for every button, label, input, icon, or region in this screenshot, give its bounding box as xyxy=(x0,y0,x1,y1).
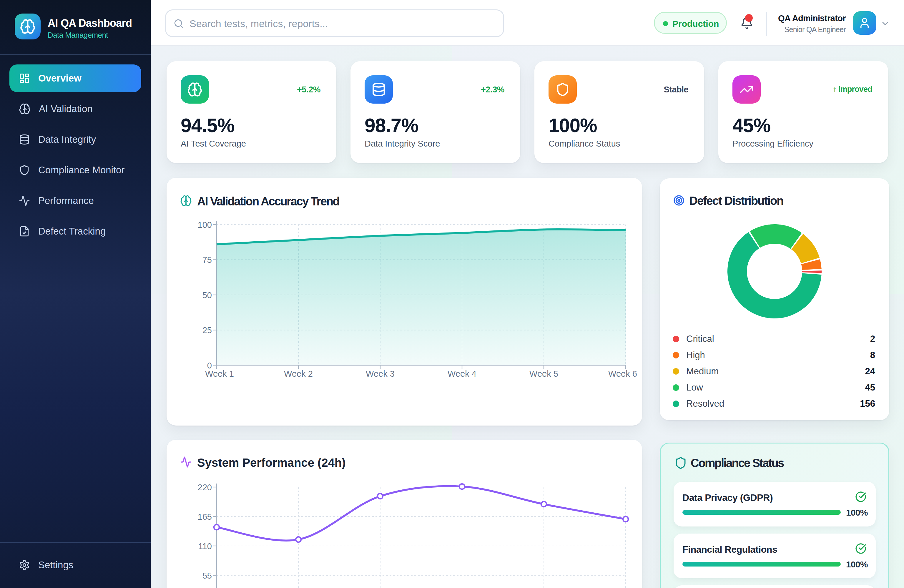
svg-text:100: 100 xyxy=(198,220,212,229)
svg-text:165: 165 xyxy=(198,512,212,522)
svg-text:Week 6: Week 6 xyxy=(608,369,637,378)
svg-text:Week 3: Week 3 xyxy=(366,369,395,378)
svg-text:25: 25 xyxy=(202,326,212,335)
svg-text:75: 75 xyxy=(202,255,212,265)
svg-text:50: 50 xyxy=(202,291,212,300)
svg-text:Week 5: Week 5 xyxy=(529,369,558,378)
svg-text:Week 4: Week 4 xyxy=(447,369,476,378)
svg-text:55: 55 xyxy=(202,571,212,580)
svg-text:Week 1: Week 1 xyxy=(205,369,234,378)
svg-text:220: 220 xyxy=(198,483,212,492)
svg-text:110: 110 xyxy=(198,542,212,551)
svg-text:Week 2: Week 2 xyxy=(284,369,313,378)
